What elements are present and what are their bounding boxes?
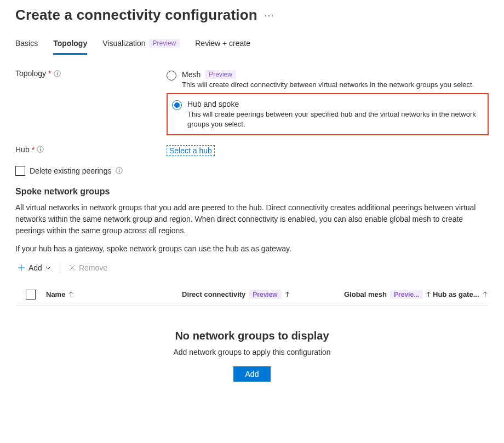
tab-strip: Basics Topology Visualization Preview Re…: [15, 39, 489, 55]
tab-basics[interactable]: Basics: [15, 39, 38, 55]
remove-button: Remove: [67, 262, 110, 273]
info-icon[interactable]: [116, 167, 123, 174]
spoke-section-description-1: All virtual networks in network groups t…: [15, 202, 489, 237]
empty-add-button[interactable]: Add: [233, 366, 271, 382]
add-button[interactable]: Add: [15, 262, 53, 273]
radio-hub-spoke[interactable]: [172, 100, 182, 110]
tab-review-create[interactable]: Review + create: [195, 39, 250, 55]
more-actions-icon[interactable]: ⋯: [264, 10, 275, 20]
tab-topology[interactable]: Topology: [53, 39, 87, 55]
svg-rect-1: [56, 73, 57, 75]
svg-rect-2: [56, 72, 57, 72]
tab-topology-label: Topology: [53, 39, 87, 48]
svg-rect-5: [40, 147, 41, 148]
svg-rect-7: [119, 170, 119, 172]
radio-mesh-title: Mesh: [182, 70, 201, 79]
radio-option-hub-spoke[interactable]: Hub and spoke This will create peerings …: [172, 99, 482, 130]
page-title: Create a connectivity configuration: [15, 7, 257, 24]
radio-mesh[interactable]: [167, 71, 176, 80]
sort-asc-icon: [68, 291, 73, 297]
info-icon[interactable]: [54, 70, 61, 77]
radio-mesh-desc: This will create direct connectivity bet…: [182, 80, 489, 90]
chevron-down-icon: [45, 265, 51, 271]
col-direct-label: Direct connectivity: [182, 290, 245, 298]
sort-asc-icon: [285, 291, 290, 297]
hub-field-label: Hub *: [15, 145, 167, 154]
required-asterisk: *: [32, 145, 35, 154]
info-icon[interactable]: [37, 146, 44, 153]
svg-rect-4: [40, 149, 41, 151]
radio-option-mesh[interactable]: Mesh Preview This will create direct con…: [167, 69, 489, 93]
topology-field-label: Topology *: [15, 69, 167, 78]
highlighted-selection: Hub and spoke This will create peerings …: [167, 93, 489, 135]
delete-peerings-label: Delete existing peerings: [30, 166, 111, 175]
sort-asc-icon: [426, 291, 431, 297]
tab-visualization-label: Visualization: [102, 39, 145, 48]
preview-badge: Preview: [149, 39, 180, 48]
svg-rect-8: [119, 169, 119, 169]
preview-badge: Preview: [205, 70, 236, 79]
spoke-section-heading: Spoke network groups: [15, 187, 489, 197]
preview-badge: Preview: [249, 290, 281, 299]
preview-badge: Previe...: [390, 290, 423, 299]
add-button-label: Add: [28, 263, 42, 272]
table-toolbar: Add Remove: [15, 262, 489, 273]
select-hub-link[interactable]: Select a hub: [167, 145, 215, 156]
topology-label-text: Topology: [15, 69, 46, 78]
col-global-label: Global mesh: [344, 290, 387, 298]
radio-hub-desc: This will create peerings between your s…: [187, 110, 482, 129]
close-icon: [69, 264, 76, 271]
plus-icon: [18, 264, 25, 272]
empty-state-title: No network groups to display: [15, 330, 489, 342]
delete-peerings-checkbox[interactable]: [15, 166, 25, 176]
tab-basics-label: Basics: [15, 39, 38, 48]
hub-label-text: Hub: [15, 145, 30, 154]
empty-state: No network groups to display Add network…: [15, 306, 489, 384]
toolbar-divider: [60, 263, 60, 273]
col-gateway-label: Hub as gate...: [433, 290, 479, 298]
sort-asc-icon: [483, 291, 488, 297]
column-header-direct-connectivity[interactable]: Direct connectivity Preview: [182, 290, 344, 299]
select-all-checkbox[interactable]: [26, 290, 36, 300]
table-header-row: Name Direct connectivity Preview Global …: [15, 289, 489, 306]
column-header-hub-as-gateway[interactable]: Hub as gate...: [433, 290, 489, 298]
remove-button-label: Remove: [79, 263, 107, 272]
required-asterisk: *: [48, 69, 51, 78]
column-header-name[interactable]: Name: [46, 290, 182, 298]
col-name-label: Name: [46, 290, 65, 298]
empty-state-subtitle: Add network groups to apply this configu…: [15, 348, 489, 356]
tab-visualization[interactable]: Visualization Preview: [102, 39, 180, 55]
tab-review-label: Review + create: [195, 39, 250, 48]
column-header-global-mesh[interactable]: Global mesh Previe...: [344, 290, 433, 299]
radio-hub-title: Hub and spoke: [187, 100, 239, 108]
spoke-section-description-2: If your hub has a gateway, spoke network…: [15, 243, 489, 255]
